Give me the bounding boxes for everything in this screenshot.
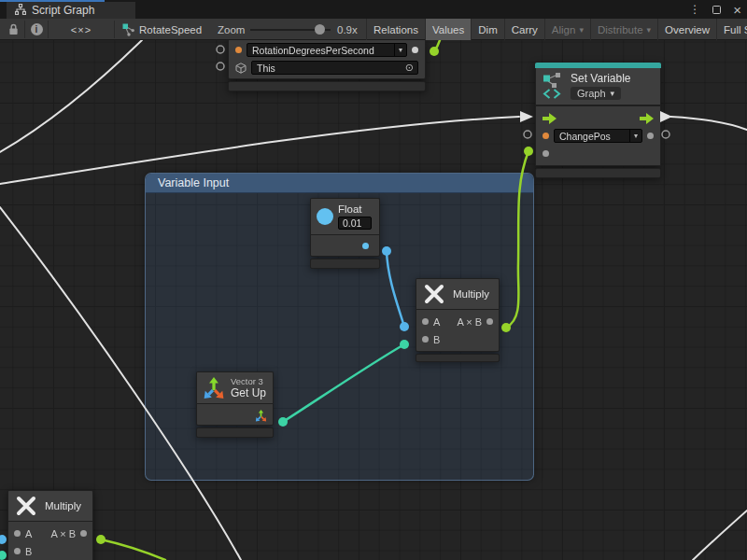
graph-name: RotateSpeed	[139, 24, 202, 35]
value-input-port[interactable]	[543, 150, 549, 157]
group-header[interactable]: Variable Input	[146, 174, 533, 193]
input-a-port[interactable]	[14, 530, 21, 537]
zoom-label: Zoom	[218, 19, 245, 40]
zoom-slider-handle[interactable]	[315, 24, 325, 35]
output-port[interactable]	[486, 318, 493, 325]
variable-scope-dropdown[interactable]: Graph ▾	[571, 87, 621, 100]
chevron-down-icon: ▾	[611, 89, 615, 98]
node-multiply[interactable]: Multiply A A × B B	[416, 278, 500, 362]
dim-button[interactable]: Dim	[471, 19, 503, 40]
script-graph-icon	[15, 4, 26, 18]
align-button[interactable]: Align▾	[544, 19, 590, 40]
wire-end-blue[interactable]	[0, 535, 7, 544]
float-output-port[interactable]	[362, 243, 369, 249]
chevron-down-icon: ▾	[629, 130, 641, 142]
input-a-port[interactable]	[422, 318, 429, 325]
node-get-variable[interactable]: RotationDegreesPerSecond ▾ This	[228, 40, 426, 91]
node-set-variable[interactable]: Set Variable Graph ▾	[535, 63, 661, 178]
lock-button[interactable]	[2, 19, 24, 40]
code-view-button[interactable]: <×>	[49, 19, 114, 40]
target-object-field[interactable]: This ⊙	[251, 61, 418, 75]
chevron-down-icon: ▾	[647, 25, 652, 35]
node-title: Set Variable	[571, 72, 630, 85]
output-port[interactable]	[80, 530, 87, 537]
tab-script-graph[interactable]: Script Graph	[7, 2, 135, 19]
node-footer	[196, 427, 274, 438]
wire-white-topleft[interactable]	[0, 40, 142, 152]
window-controls: ⋮ ×	[689, 0, 741, 19]
wire-white-bottomright[interactable]	[693, 511, 747, 560]
graph-canvas[interactable]: Variable Input RotationDegreesPerSecond …	[0, 40, 747, 560]
unconnected-port[interactable]	[217, 46, 224, 53]
window-menu-icon[interactable]: ⋮	[689, 3, 700, 16]
node-float-literal[interactable]: Float 0.01	[310, 198, 380, 269]
value-output-port[interactable]	[647, 133, 654, 139]
relations-button[interactable]: Relations	[366, 19, 425, 40]
wire-white-from-set-variable[interactable]	[670, 117, 747, 130]
node-get-up[interactable]: Vector 3 Get Up	[196, 371, 274, 438]
float-type-icon	[317, 208, 333, 225]
node-title: Multiply	[45, 500, 81, 511]
wire-green-multiply-bottom-out[interactable]	[101, 539, 165, 560]
toolbar-buttons: Relations Values Dim Carry Align▾ Distri…	[366, 19, 747, 40]
node-type-label: Vector 3	[231, 376, 266, 386]
code-toggle-icon: <×>	[71, 24, 92, 35]
node-footer	[310, 259, 380, 269]
input-a-label: A	[25, 528, 32, 539]
wire-end-green[interactable]	[96, 535, 106, 544]
variable-name-dropdown[interactable]: RotationDegreesPerSecond ▾	[247, 43, 407, 57]
set-variable-icon	[543, 72, 563, 100]
input-b-port[interactable]	[422, 336, 429, 343]
titlebar: Script Graph ⋮ ×	[0, 0, 747, 19]
input-b-port[interactable]	[14, 548, 21, 554]
unconnected-port[interactable]	[524, 131, 531, 138]
info-icon: i	[31, 23, 43, 35]
lock-icon	[8, 23, 19, 35]
carry-button[interactable]: Carry	[504, 19, 544, 40]
graph-toolbar: i <×> RotateSpeed Zoom 0.9x Relations Va…	[0, 19, 747, 40]
unity-script-graph-window: Script Graph ⋮ × i <×>	[0, 0, 747, 560]
values-button[interactable]: Values	[425, 19, 471, 40]
output-label: A × B	[457, 316, 482, 328]
gameobject-cube-icon	[235, 63, 247, 74]
node-title: Float	[338, 203, 372, 215]
input-b-label: B	[25, 546, 32, 557]
graph-breadcrumb[interactable]: RotateSpeed	[139, 19, 202, 40]
maximize-icon[interactable]	[712, 6, 721, 14]
wire-end-green[interactable]	[430, 47, 439, 56]
close-icon[interactable]: ×	[733, 6, 741, 14]
wire-end-green[interactable]	[524, 147, 533, 156]
fullscreen-button[interactable]: Full Screen	[716, 19, 747, 40]
input-b-label: B	[433, 334, 440, 345]
unconnected-port[interactable]	[217, 63, 224, 70]
node-footer	[228, 81, 426, 91]
wire-green-get-variable-out[interactable]	[434, 40, 440, 51]
vector3-output-port[interactable]	[255, 409, 267, 426]
multiply-icon	[423, 283, 445, 305]
object-picker-icon[interactable]: ⊙	[405, 62, 417, 74]
variable-name-port[interactable]	[543, 133, 549, 139]
node-multiply-bottom[interactable]: Multiply A A × B B	[7, 490, 93, 560]
variable-name-value: RotationDegreesPerSecond	[247, 45, 379, 56]
node-title: Multiply	[453, 288, 489, 300]
output-label: A × B	[50, 528, 76, 539]
variable-name-dropdown[interactable]: ChangePos ▾	[554, 129, 642, 143]
distribute-button[interactable]: Distribute▾	[590, 19, 657, 40]
control-output-port[interactable]	[640, 113, 654, 124]
target-object-value: This	[252, 63, 280, 74]
tab-title: Script Graph	[32, 4, 94, 17]
variable-value-output-port[interactable]	[412, 47, 418, 53]
float-value-input[interactable]: 0.01	[338, 217, 372, 230]
toolbar-separator	[114, 21, 115, 38]
unconnected-port[interactable]	[662, 131, 669, 138]
node-footer	[416, 354, 500, 362]
variable-name-port[interactable]	[235, 47, 242, 53]
node-footer	[535, 168, 661, 178]
inspect-button[interactable]: i	[25, 19, 48, 40]
wire-end-teal[interactable]	[0, 551, 7, 560]
vector3-icon	[203, 377, 225, 399]
input-a-label: A	[433, 316, 440, 328]
control-input-port[interactable]	[543, 113, 557, 124]
group-title: Variable Input	[158, 176, 229, 189]
overview-button[interactable]: Overview	[657, 19, 716, 40]
